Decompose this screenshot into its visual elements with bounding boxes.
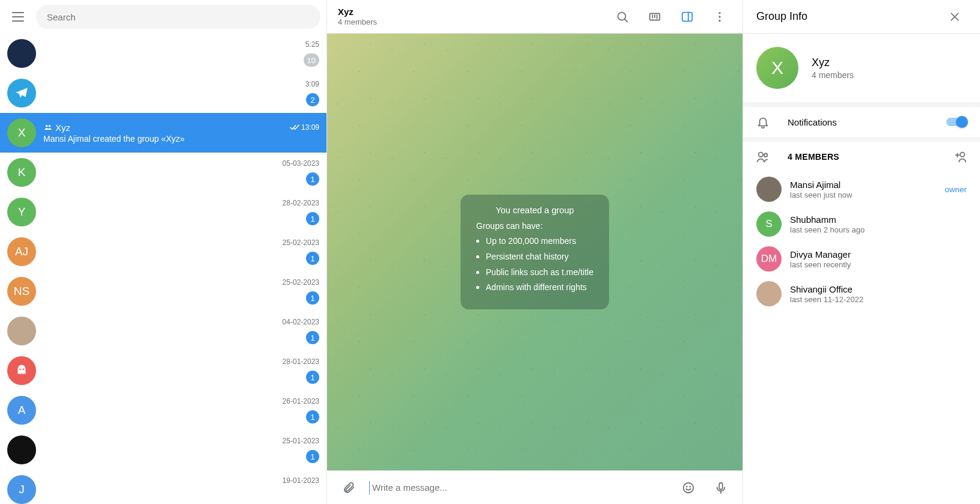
search-chat-button[interactable]: [610, 5, 634, 29]
svg-point-16: [718, 16, 720, 17]
chat-body: 5:2510: [43, 40, 319, 67]
chat-time: 5:25: [305, 40, 319, 49]
add-member-button[interactable]: [954, 150, 967, 163]
chat-body: 25-02-20231: [43, 278, 319, 305]
welcome-item: Admins with different rights: [476, 282, 593, 293]
info-header: Group Info: [743, 0, 980, 34]
chat-body: 26-01-20231: [43, 397, 319, 424]
welcome-item: Persistent chat history: [476, 251, 593, 263]
chat-time: 25-01-2023: [283, 437, 319, 445]
more-button[interactable]: [708, 5, 732, 29]
composer: [327, 470, 743, 504]
chat-body: 25-01-20231: [43, 437, 319, 463]
profile-name: Xyz: [812, 56, 854, 69]
chat-time: 25-02-2023: [283, 278, 319, 287]
unread-badge: 1: [306, 291, 319, 305]
chat-list[interactable]: 5:25103:092XXyz13:09Mansi Ajimal created…: [0, 34, 326, 504]
chat-time: 26-01-2023: [283, 397, 319, 405]
checks-icon: [290, 124, 299, 131]
owner-tag: owner: [945, 185, 967, 194]
chat-body: 3:092: [43, 80, 319, 106]
chat-name: Xyz: [43, 123, 70, 133]
svg-rect-13: [682, 12, 693, 21]
member-name: Divya Manager: [790, 249, 967, 260]
message-input[interactable]: [369, 481, 668, 494]
notifications-row[interactable]: Notifications: [743, 107, 980, 137]
member-row[interactable]: Mansi Ajimallast seen just nowowner: [743, 172, 980, 207]
menu-button[interactable]: [6, 5, 30, 29]
avatar: [7, 317, 36, 345]
emoji-button[interactable]: [676, 476, 700, 500]
chat-time: 3:09: [305, 80, 319, 88]
chat-title: Xyz: [338, 7, 377, 17]
close-icon: [949, 11, 961, 23]
welcome-title: You created a group: [476, 205, 593, 215]
unread-badge: 1: [306, 252, 319, 265]
avatar: Y: [7, 198, 36, 226]
chat-time: 28-01-2023: [283, 357, 319, 366]
chat-body: 04-02-20231: [43, 318, 319, 344]
chat-body: 05-03-20231: [43, 159, 319, 186]
unread-badge: 1: [306, 212, 319, 225]
avatar: [756, 177, 782, 202]
people-icon: [756, 150, 771, 163]
members-section: 4 MEMBERS Mansi Ajimallast seen just now…: [743, 142, 980, 311]
chat-item[interactable]: XXyz13:09Mansi Ajimal created the group …: [0, 113, 326, 153]
search-input[interactable]: [36, 5, 320, 29]
chat-body: 28-02-20231: [43, 199, 319, 225]
chat-item[interactable]: K05-03-20231: [0, 153, 326, 192]
welcome-item: Up to 200,000 members: [476, 235, 593, 247]
chat-time: 25-02-2023: [283, 238, 319, 247]
chat-item[interactable]: 3:092: [0, 73, 326, 113]
chat-body: Xyz13:09Mansi Ajimal created the group «…: [43, 123, 319, 144]
chat-item[interactable]: J19-01-2023: [0, 470, 326, 504]
avatar: J: [7, 475, 36, 504]
member-row[interactable]: Shivangii Officelast seen 11-12-2022: [743, 276, 980, 311]
chat-body: 28-01-20231: [43, 357, 319, 384]
sidebar-top: [0, 0, 326, 34]
profile-subtitle: 4 members: [812, 70, 854, 80]
profile-head[interactable]: X Xyz 4 members: [743, 34, 980, 102]
svg-point-19: [687, 486, 687, 487]
voice-button[interactable]: [709, 476, 733, 500]
mic-icon: [714, 481, 727, 494]
chat-item[interactable]: 5:2510: [0, 34, 326, 73]
group-icon: [43, 123, 53, 132]
chat-item[interactable]: A26-01-20231: [0, 390, 326, 430]
chat-item[interactable]: 28-01-20231: [0, 351, 326, 390]
chat-body: 25-02-20231: [43, 238, 319, 265]
chat-item[interactable]: AJ25-02-20231: [0, 232, 326, 272]
svg-point-18: [684, 482, 694, 493]
unread-badge: 1: [306, 331, 319, 344]
chat-item[interactable]: 25-01-20231: [0, 430, 326, 470]
more-icon: [713, 10, 726, 23]
svg-point-20: [690, 486, 690, 487]
chat-item[interactable]: Y28-02-20231: [0, 192, 326, 232]
bell-icon: [756, 115, 771, 129]
chat-header: Xyz 4 members: [327, 0, 743, 34]
chat-header-info[interactable]: Xyz 4 members: [338, 7, 377, 27]
member-name: Shivangii Office: [790, 284, 967, 294]
chat-item[interactable]: NS25-02-20231: [0, 272, 326, 311]
sidepanel-toggle[interactable]: [675, 5, 699, 29]
member-name: Shubhamm: [790, 214, 967, 225]
member-status: last seen 11-12-2022: [790, 295, 967, 304]
member-row[interactable]: SShubhammlast seen 2 hours ago: [743, 207, 980, 241]
member-status: last seen 2 hours ago: [790, 225, 967, 234]
close-info-button[interactable]: [943, 5, 967, 29]
call-button[interactable]: [643, 5, 667, 29]
notifications-toggle[interactable]: [946, 118, 967, 126]
chat-time: 04-02-2023: [283, 318, 319, 326]
chat-preview: Mansi Ajimal created the group «Xyz»: [43, 134, 319, 144]
info-panel: Group Info X Xyz 4 members Notifications: [743, 0, 980, 504]
attach-button[interactable]: [337, 476, 361, 500]
member-status: last seen just now: [790, 190, 936, 199]
avatar: K: [7, 158, 36, 187]
chat-item[interactable]: 04-02-20231: [0, 311, 326, 351]
svg-line-8: [625, 19, 627, 22]
svg-point-5: [19, 369, 21, 371]
notifications-section: Notifications: [743, 107, 980, 142]
chat-subtitle: 4 members: [338, 17, 377, 27]
member-row[interactable]: DMDivya Managerlast seen recently: [743, 241, 980, 276]
add-person-icon: [954, 150, 967, 163]
